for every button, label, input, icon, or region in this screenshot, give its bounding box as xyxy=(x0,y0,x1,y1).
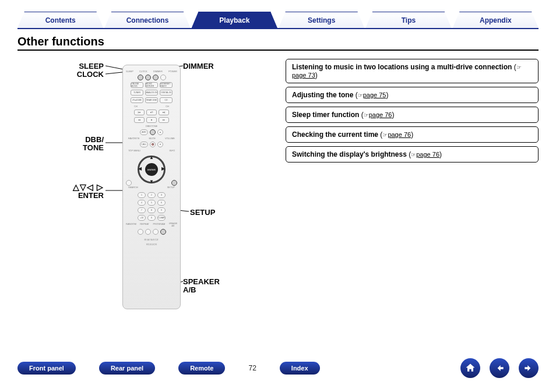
tab-contents[interactable]: Contents xyxy=(17,12,103,28)
remote-brand-label: marantz xyxy=(144,238,159,241)
callout-setup: SETUP xyxy=(190,209,215,217)
remote-btn-enter: ENTER xyxy=(145,163,158,176)
remote-btn-power xyxy=(160,75,166,80)
nav-forward-button[interactable] xyxy=(519,358,539,378)
page-title: Other functions xyxy=(17,35,539,51)
nav-home-button[interactable] xyxy=(460,358,480,378)
tab-tips[interactable]: Tips xyxy=(365,12,451,28)
nav-back-button[interactable] xyxy=(490,358,509,378)
arrow-right-icon xyxy=(523,362,534,374)
remote-callout-diagram: SLEEP CLOCK DBB/ TONE △▽◁ ▷ ENTER DIMMER… xyxy=(17,59,268,321)
callout-dpad-enter: △▽◁ ▷ ENTER xyxy=(63,183,104,200)
bottom-pill-rear-panel[interactable]: Rear panel xyxy=(99,362,155,375)
page-number: 72 xyxy=(248,364,256,372)
topic-link-brightness[interactable]: Switching the display's brightness (☞pag… xyxy=(286,146,539,163)
remote-btn-setup xyxy=(171,180,177,186)
arrow-left-icon xyxy=(494,362,505,374)
bottom-pill-remote[interactable]: Remote xyxy=(178,362,225,375)
tab-appendix[interactable]: Appendix xyxy=(453,12,539,28)
remote-btn-clock xyxy=(145,75,151,80)
remote-dpad: ▲ ▼ ◀ ▶ ENTER xyxy=(138,156,166,183)
callout-dbb-tone: DBB/ TONE xyxy=(76,136,104,153)
topic-link-list: Listening to music in two locations usin… xyxy=(286,59,539,321)
bottom-nav: Front panel Rear panel Remote 72 Index xyxy=(17,358,539,378)
tab-playback[interactable]: Playback xyxy=(192,12,277,28)
topic-link-tone[interactable]: Adjusting the tone (☞page 75) xyxy=(286,87,539,103)
bottom-pill-front-panel[interactable]: Front panel xyxy=(17,362,76,375)
home-icon xyxy=(464,362,476,374)
tab-settings[interactable]: Settings xyxy=(279,12,364,28)
remote-model-label: RC011CR xyxy=(126,243,177,246)
remote-btn-sleep xyxy=(138,75,143,80)
topic-link-sleep[interactable]: Sleep timer function (☞page 76) xyxy=(286,107,539,123)
topic-link-multidrive[interactable]: Listening to music in two locations usin… xyxy=(286,59,539,83)
remote-control-illustration: SLEEPCLOCKDIMMERPOWER ONLINE MUSICMUSIC … xyxy=(122,65,181,309)
callout-speaker-ab: SPEAKER A/B xyxy=(183,278,220,295)
topic-link-time[interactable]: Checking the current time (☞page 76) xyxy=(286,126,539,143)
tab-connections[interactable]: Connections xyxy=(104,12,190,28)
remote-btn-dimmer xyxy=(153,75,159,80)
remote-btn-dbb-tone xyxy=(150,129,156,135)
bottom-pill-index[interactable]: Index xyxy=(280,362,320,375)
top-nav-tabs: Contents Connections Playback Settings T… xyxy=(17,12,539,29)
remote-btn-speaker-ab xyxy=(160,229,166,235)
callout-sleep-clock: SLEEP CLOCK xyxy=(69,62,104,79)
callout-dimmer: DIMMER xyxy=(183,62,214,70)
